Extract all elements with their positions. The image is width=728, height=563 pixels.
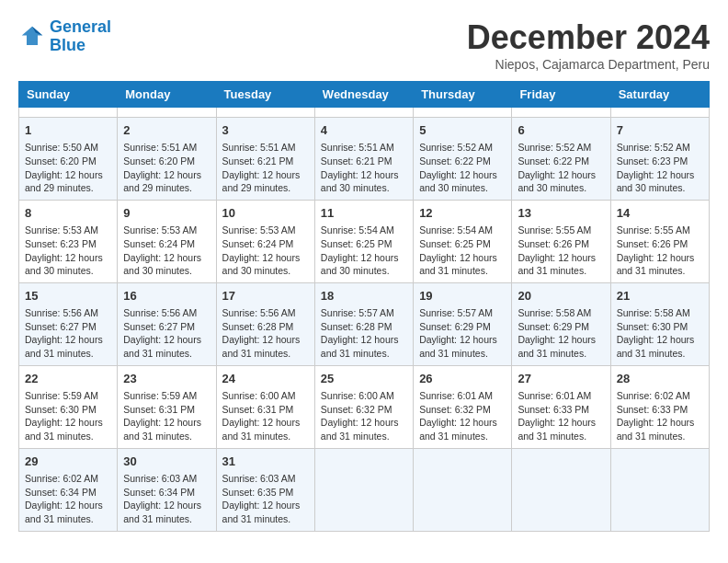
cell-info: Sunset: 6:30 PM	[25, 403, 111, 417]
day-number: 20	[518, 288, 604, 304]
calendar-cell: 17Sunrise: 5:56 AMSunset: 6:28 PMDayligh…	[216, 282, 314, 365]
calendar-cell: 19Sunrise: 5:57 AMSunset: 6:29 PMDayligh…	[414, 282, 512, 365]
calendar-table: Sunday Monday Tuesday Wednesday Thursday…	[18, 81, 710, 532]
cell-info: Daylight: 12 hours and 29 minutes.	[123, 168, 210, 195]
cell-info: Sunrise: 5:58 AM	[617, 306, 703, 320]
header-sunday: Sunday	[19, 82, 118, 108]
cell-info: Sunrise: 5:58 AM	[518, 306, 604, 320]
header-monday: Monday	[118, 82, 216, 108]
day-number: 25	[321, 371, 407, 387]
cell-info: Sunset: 6:29 PM	[419, 320, 506, 334]
calendar-cell	[118, 108, 216, 118]
cell-info: Sunrise: 5:51 AM	[321, 141, 407, 155]
cell-info: Sunset: 6:27 PM	[25, 320, 111, 334]
cell-info: Sunset: 6:23 PM	[617, 155, 703, 168]
calendar-cell: 30Sunrise: 6:03 AMSunset: 6:34 PMDayligh…	[118, 448, 216, 531]
cell-info: Sunset: 6:24 PM	[222, 237, 309, 251]
day-number: 29	[25, 454, 111, 470]
cell-info: Sunrise: 5:53 AM	[25, 224, 111, 237]
cell-info: Sunrise: 6:02 AM	[617, 389, 703, 403]
day-number: 21	[617, 288, 703, 304]
calendar-week-4: 22Sunrise: 5:59 AMSunset: 6:30 PMDayligh…	[19, 365, 710, 448]
cell-info: Sunset: 6:33 PM	[518, 403, 604, 417]
cell-info: Sunset: 6:31 PM	[222, 403, 309, 417]
calendar-cell: 13Sunrise: 5:55 AMSunset: 6:26 PMDayligh…	[512, 200, 610, 282]
cell-info: Daylight: 12 hours and 31 minutes.	[518, 251, 604, 278]
day-number: 9	[123, 205, 210, 222]
day-number: 23	[123, 371, 210, 387]
day-number: 10	[222, 205, 309, 222]
calendar-cell: 29Sunrise: 6:02 AMSunset: 6:34 PMDayligh…	[19, 448, 118, 531]
cell-info: Daylight: 12 hours and 31 minutes.	[419, 333, 506, 360]
cell-info: Sunrise: 6:03 AM	[222, 472, 309, 486]
calendar-header-row: Sunday Monday Tuesday Wednesday Thursday…	[19, 82, 710, 108]
day-number: 13	[518, 205, 604, 222]
calendar-cell: 18Sunrise: 5:57 AMSunset: 6:28 PMDayligh…	[314, 282, 413, 365]
cell-info: Sunset: 6:31 PM	[123, 403, 210, 417]
day-number: 24	[222, 371, 309, 387]
cell-info: Sunset: 6:26 PM	[617, 237, 703, 251]
calendar-cell: 22Sunrise: 5:59 AMSunset: 6:30 PMDayligh…	[19, 365, 118, 448]
cell-info: Daylight: 12 hours and 29 minutes.	[25, 168, 111, 195]
cell-info: Daylight: 12 hours and 31 minutes.	[123, 333, 210, 360]
calendar-cell: 2Sunrise: 5:51 AMSunset: 6:20 PMDaylight…	[118, 118, 216, 201]
calendar-cell: 3Sunrise: 5:51 AMSunset: 6:21 PMDaylight…	[216, 118, 314, 201]
svg-marker-0	[22, 27, 43, 45]
cell-info: Sunrise: 5:55 AM	[617, 224, 703, 237]
cell-info: Daylight: 12 hours and 31 minutes.	[222, 333, 309, 360]
calendar-cell	[512, 108, 610, 118]
calendar-week-2: 8Sunrise: 5:53 AMSunset: 6:23 PMDaylight…	[19, 200, 710, 282]
cell-info: Sunset: 6:26 PM	[518, 237, 604, 251]
calendar-cell: 5Sunrise: 5:52 AMSunset: 6:22 PMDaylight…	[414, 118, 512, 201]
cell-info: Daylight: 12 hours and 31 minutes.	[123, 499, 210, 525]
cell-info: Sunrise: 5:52 AM	[518, 141, 604, 155]
calendar-cell: 10Sunrise: 5:53 AMSunset: 6:24 PMDayligh…	[216, 200, 314, 282]
cell-info: Daylight: 12 hours and 31 minutes.	[25, 416, 111, 442]
cell-info: Sunset: 6:32 PM	[419, 403, 506, 417]
cell-info: Daylight: 12 hours and 30 minutes.	[518, 168, 604, 195]
cell-info: Daylight: 12 hours and 31 minutes.	[321, 333, 407, 360]
day-number: 28	[617, 371, 703, 387]
cell-info: Daylight: 12 hours and 31 minutes.	[617, 416, 703, 442]
cell-info: Sunset: 6:20 PM	[25, 155, 111, 168]
location: Niepos, Cajamarca Department, Peru	[467, 57, 710, 72]
calendar-cell: 9Sunrise: 5:53 AMSunset: 6:24 PMDaylight…	[118, 200, 216, 282]
day-number: 14	[617, 205, 703, 222]
calendar-week-5: 29Sunrise: 6:02 AMSunset: 6:34 PMDayligh…	[19, 448, 710, 531]
cell-info: Daylight: 12 hours and 31 minutes.	[419, 416, 506, 442]
day-number: 18	[321, 288, 407, 304]
calendar-cell: 23Sunrise: 5:59 AMSunset: 6:31 PMDayligh…	[118, 365, 216, 448]
cell-info: Sunrise: 6:03 AM	[123, 472, 210, 486]
cell-info: Daylight: 12 hours and 30 minutes.	[25, 251, 111, 278]
calendar-cell: 25Sunrise: 6:00 AMSunset: 6:32 PMDayligh…	[314, 365, 413, 448]
day-number: 6	[518, 122, 604, 139]
cell-info: Daylight: 12 hours and 30 minutes.	[123, 251, 210, 278]
header-thursday: Thursday	[414, 82, 512, 108]
cell-info: Daylight: 12 hours and 31 minutes.	[25, 333, 111, 360]
cell-info: Sunrise: 5:56 AM	[25, 306, 111, 320]
cell-info: Daylight: 12 hours and 31 minutes.	[617, 333, 703, 360]
day-number: 19	[419, 288, 506, 304]
day-number: 12	[419, 205, 506, 222]
cell-info: Sunrise: 5:52 AM	[419, 141, 506, 155]
calendar-week-1: 1Sunrise: 5:50 AMSunset: 6:20 PMDaylight…	[19, 118, 710, 201]
calendar-cell: 1Sunrise: 5:50 AMSunset: 6:20 PMDaylight…	[19, 118, 118, 201]
calendar-cell: 27Sunrise: 6:01 AMSunset: 6:33 PMDayligh…	[512, 365, 610, 448]
header-tuesday: Tuesday	[216, 82, 314, 108]
cell-info: Sunset: 6:23 PM	[25, 237, 111, 251]
day-number: 7	[617, 122, 703, 139]
cell-info: Daylight: 12 hours and 31 minutes.	[222, 499, 309, 525]
cell-info: Sunrise: 6:00 AM	[321, 389, 407, 403]
cell-info: Sunrise: 5:56 AM	[222, 306, 309, 320]
cell-info: Sunset: 6:21 PM	[321, 155, 407, 168]
cell-info: Sunrise: 5:57 AM	[419, 306, 506, 320]
cell-info: Daylight: 12 hours and 29 minutes.	[222, 168, 309, 195]
day-number: 17	[222, 288, 309, 304]
cell-info: Sunset: 6:22 PM	[518, 155, 604, 168]
title-area: December 2024 Niepos, Cajamarca Departme…	[467, 18, 710, 72]
calendar-cell: 28Sunrise: 6:02 AMSunset: 6:33 PMDayligh…	[610, 365, 709, 448]
cell-info: Sunset: 6:34 PM	[123, 486, 210, 500]
calendar-week-0	[19, 108, 710, 118]
cell-info: Sunset: 6:27 PM	[123, 320, 210, 334]
day-number: 27	[518, 371, 604, 387]
